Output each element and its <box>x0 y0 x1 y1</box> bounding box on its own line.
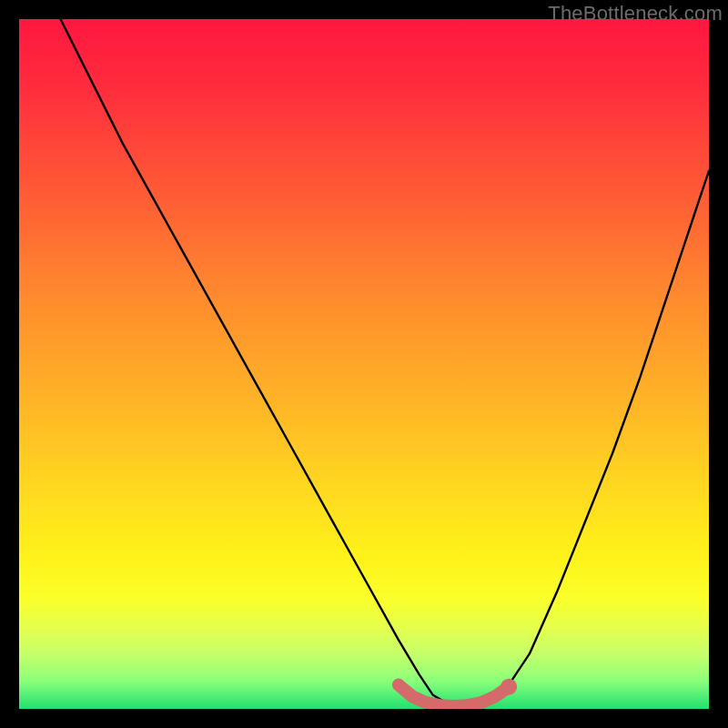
chart-frame: TheBottleneck.com <box>0 0 728 728</box>
optimal-flat-path <box>399 685 509 707</box>
watermark-text: TheBottleneck.com <box>548 2 723 25</box>
plot-area <box>19 19 709 709</box>
optimal-flat-region <box>19 19 709 709</box>
right-dot-marker <box>500 679 517 695</box>
